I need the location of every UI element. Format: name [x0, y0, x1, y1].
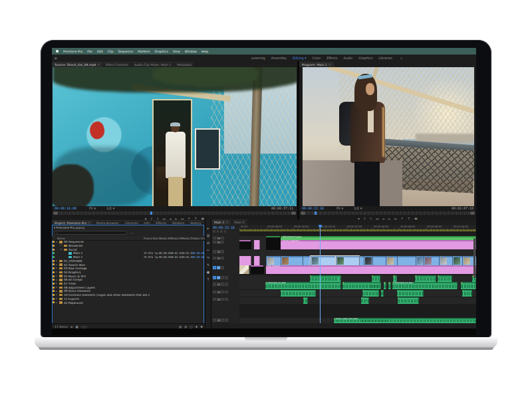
program-zoom-handle-left[interactable]: [301, 211, 305, 215]
track-toggle-V3-2[interactable]: [221, 250, 224, 253]
audio-clip[interactable]: [361, 297, 369, 305]
disclosure-caret[interactable]: ▸: [56, 259, 57, 262]
source-zoom-handle-left[interactable]: [53, 211, 58, 215]
tab-media-browser[interactable]: Media Browser: [94, 220, 122, 225]
workspace-tab-assembly[interactable]: Assembly: [271, 57, 287, 60]
video-clip-segment[interactable]: [311, 256, 336, 265]
track-toggle-V4-0[interactable]: [213, 241, 216, 244]
disclosure-caret[interactable]: ▸: [56, 286, 57, 289]
tab-libraries[interactable]: Libraries: [122, 220, 141, 225]
timeline-settings-icon[interactable]: [213, 230, 215, 233]
delete-button[interactable]: ✖: [200, 325, 203, 329]
track-toggle-V5-2[interactable]: [221, 237, 224, 239]
track-toggle-A3-3[interactable]: [225, 291, 228, 294]
program-fit-dropdown[interactable]: Fit ▾: [336, 206, 343, 210]
video-clip-segment[interactable]: [386, 256, 397, 265]
pen-tool[interactable]: ✎: [207, 263, 209, 267]
workspace-tab-learning[interactable]: Learning: [251, 57, 265, 60]
workspace-tab-editing[interactable]: Editing ▾: [293, 57, 307, 60]
audio-clip[interactable]: [397, 290, 424, 297]
track-toggle-A3-0[interactable]: [213, 291, 216, 294]
program-scrubber[interactable]: [301, 211, 475, 215]
video-clip-segment[interactable]: [397, 256, 416, 265]
disclosure-caret[interactable]: ▾: [61, 244, 62, 247]
audio-clip[interactable]: [461, 282, 476, 289]
workspace-tab-graphics[interactable]: Graphics: [358, 57, 372, 60]
video-clip-segment[interactable]: [452, 256, 462, 265]
video-clip-segment[interactable]: [303, 256, 311, 265]
razor-tool[interactable]: ✂: [207, 248, 209, 252]
source-monitor-video[interactable]: [53, 67, 297, 206]
timeline-clip[interactable]: Social_Captions: [281, 240, 476, 250]
ripple-edit-tool[interactable]: ⇄: [207, 241, 209, 245]
work-area-bar[interactable]: [239, 229, 476, 231]
source-playhead[interactable]: [150, 211, 152, 215]
track-toggle-A1-2[interactable]: [221, 276, 224, 279]
timeline-clip[interactable]: BG_Graphic: [266, 265, 476, 274]
add-marker-icon[interactable]: [224, 230, 227, 233]
track-label-A2[interactable]: A2: [217, 283, 220, 286]
timeline-playhead-line[interactable]: [320, 225, 321, 323]
track-toggle-V3-0[interactable]: [213, 250, 216, 253]
track-label-A3[interactable]: A3: [217, 291, 220, 294]
timeline-clip[interactable]: [254, 240, 260, 250]
audio-clip[interactable]: Interview_01.wav: [392, 282, 458, 289]
tab-markers[interactable]: Markers: [170, 220, 187, 225]
disclosure-caret[interactable]: ▸: [56, 267, 57, 269]
disclosure-caret[interactable]: ▸: [56, 301, 57, 304]
program-resolution-dropdown[interactable]: 1/2 ▾: [354, 206, 362, 210]
automate-to-sequence-button[interactable]: ▤: [179, 325, 182, 329]
selection-tool[interactable]: ▸: [207, 226, 209, 230]
video-clip-segment[interactable]: [266, 256, 281, 265]
tab-project-premiere-pro[interactable]: Project: Premiere Pro≡: [52, 220, 93, 225]
video-clip-segment[interactable]: [336, 256, 359, 265]
program-playhead[interactable]: [315, 211, 317, 215]
track-toggle-A5-0[interactable]: [213, 319, 216, 322]
timeline-clip-area[interactable]: 00:0000:00:08:0000:00:16:0000:00:24:0000…: [239, 225, 476, 323]
menu-item-clip[interactable]: Clip: [108, 50, 114, 53]
tab-effects[interactable]: Effects: [153, 220, 169, 225]
menu-item-file[interactable]: File: [87, 50, 92, 53]
audio-clip[interactable]: [342, 282, 381, 289]
audio-clip[interactable]: Music_Main_Mix.wav: [334, 318, 476, 323]
disclosure-caret[interactable]: ▸: [56, 290, 57, 293]
timeline-clip[interactable]: [254, 256, 260, 265]
menu-item-sequence[interactable]: Sequence: [118, 50, 134, 53]
apple-icon[interactable]: [56, 50, 59, 53]
track-label-A4[interactable]: A4: [217, 298, 220, 301]
menu-item-window[interactable]: Window: [185, 50, 197, 53]
video-clip-strip[interactable]: [266, 256, 476, 265]
tab-history[interactable]: History: [188, 220, 203, 225]
workspace-tab-audio[interactable]: Audio: [343, 57, 352, 60]
timeline-playhead-head[interactable]: [319, 225, 322, 227]
audio-clip[interactable]: [384, 282, 386, 289]
disclosure-caret[interactable]: ▸: [56, 297, 57, 300]
audio-clip[interactable]: [362, 290, 379, 297]
project-row[interactable]: ▸All Paperwork: [52, 301, 205, 305]
workspace-tab-effects[interactable]: Effects: [327, 57, 337, 60]
track-toggle-A4-3[interactable]: [225, 298, 228, 301]
track-toggle-V5-0[interactable]: [213, 237, 216, 239]
snap-icon[interactable]: [217, 230, 219, 233]
source-fit-dropdown[interactable]: Fit ▾: [89, 206, 96, 210]
track-toggle-A1-3[interactable]: [225, 276, 228, 279]
track-label-V4[interactable]: V4: [217, 241, 220, 244]
disclosure-caret[interactable]: ▾: [61, 248, 62, 251]
project-breadcrumb[interactable]: ▾ Premiere Pro.prproj: [54, 226, 84, 229]
timeline-clip[interactable]: [251, 265, 264, 274]
audio-clip[interactable]: [388, 282, 391, 289]
video-clip-segment[interactable]: [416, 256, 424, 265]
track-select-tool[interactable]: ▥: [207, 233, 210, 237]
track-label-V2[interactable]: V2: [217, 257, 220, 260]
menu-item-help[interactable]: Help: [201, 50, 208, 53]
disclosure-caret[interactable]: ▸: [56, 282, 57, 285]
track-label-A5[interactable]: A5: [217, 319, 220, 322]
track-toggle-A2-0[interactable]: [213, 283, 216, 286]
panel-menu-icon[interactable]: ≡: [88, 221, 90, 225]
timeline-clip[interactable]: [239, 240, 251, 250]
disclosure-caret[interactable]: ▸: [56, 279, 57, 281]
track-toggle-V1-2[interactable]: [221, 266, 224, 269]
timeline-clip[interactable]: [239, 265, 249, 274]
track-label-V1[interactable]: V1: [217, 266, 220, 269]
sequence-tab-main-1[interactable]: Main 1≡: [211, 219, 231, 225]
